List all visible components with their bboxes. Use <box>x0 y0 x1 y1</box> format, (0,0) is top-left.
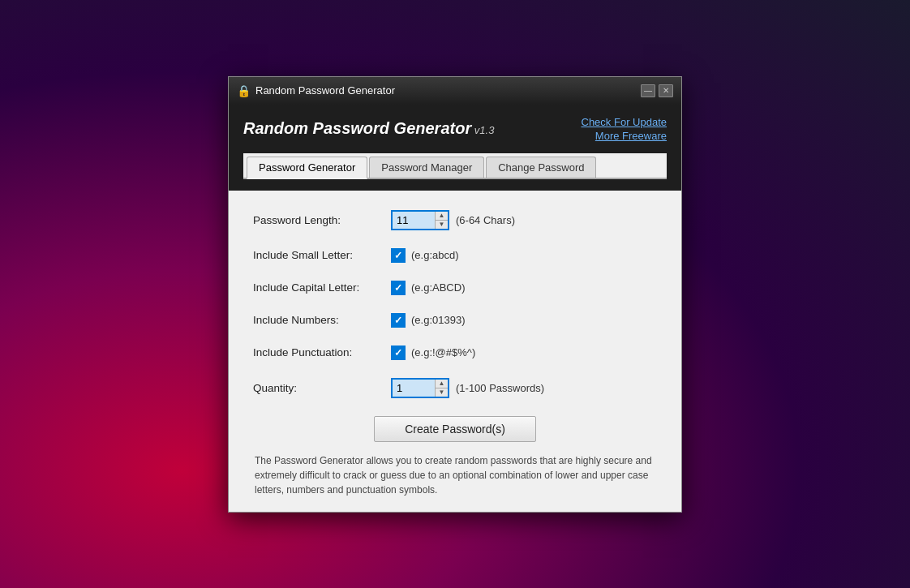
app-title: Random Password Generator v1.3 <box>243 119 494 138</box>
quantity-row: Quantity: ▲ ▼ (1-100 Passwords) <box>253 378 657 398</box>
app-icon: 🔒 <box>237 84 251 97</box>
include-punctuation-row: Include Punctuation: (e.g:!@#$%^) <box>253 346 657 360</box>
title-bar-controls: — ✕ <box>641 84 673 97</box>
minimize-button[interactable]: — <box>641 84 655 97</box>
main-window: 🔒 Random Password Generator — ✕ Random P… <box>228 76 682 513</box>
include-punctuation-checkbox-row: (e.g:!@#$%^) <box>391 346 475 360</box>
include-numbers-checkbox-row: (e.g:01393) <box>391 313 466 328</box>
header-links: Check For Update More Freeware <box>582 116 667 142</box>
tab-bar: Password Generator Password Manager Chan… <box>243 153 667 179</box>
tab-change-password[interactable]: Change Password <box>486 157 596 178</box>
include-numbers-checkbox[interactable] <box>391 313 406 328</box>
password-length-control: ▲ ▼ (6-64 Chars) <box>391 210 515 230</box>
include-capital-checkbox[interactable] <box>391 281 406 295</box>
password-length-hint: (6-64 Chars) <box>456 214 515 226</box>
quantity-control: ▲ ▼ (1-100 Passwords) <box>391 378 544 398</box>
close-button[interactable]: ✕ <box>659 84 673 97</box>
password-length-label: Password Length: <box>253 214 391 226</box>
include-capital-checkbox-row: (e.g:ABCD) <box>391 281 465 295</box>
include-capital-label: Include Capital Letter: <box>253 281 391 294</box>
include-small-control: (e.g:abcd) <box>391 248 459 263</box>
main-panel: Password Length: ▲ ▼ (6-64 Chars) Includ… <box>229 191 681 512</box>
title-bar: 🔒 Random Password Generator — ✕ <box>229 77 681 105</box>
password-length-input-group: ▲ ▼ <box>391 210 449 230</box>
password-length-up[interactable]: ▲ <box>436 212 448 221</box>
quantity-spinner: ▲ ▼ <box>435 380 448 397</box>
include-punctuation-control: (e.g:!@#$%^) <box>391 346 475 360</box>
include-numbers-hint: (e.g:01393) <box>411 314 466 326</box>
include-small-row: Include Small Letter: (e.g:abcd) <box>253 248 657 263</box>
tab-password-generator[interactable]: Password Generator <box>247 157 367 179</box>
quantity-label: Quantity: <box>253 382 391 394</box>
window-title: Random Password Generator <box>255 84 395 97</box>
include-small-label: Include Small Letter: <box>253 249 391 261</box>
more-freeware-link[interactable]: More Freeware <box>595 130 667 142</box>
password-length-input[interactable] <box>393 212 435 229</box>
include-punctuation-checkbox[interactable] <box>391 346 406 360</box>
include-capital-row: Include Capital Letter: (e.g:ABCD) <box>253 281 657 295</box>
tab-password-manager[interactable]: Password Manager <box>369 157 484 178</box>
title-bar-left: 🔒 Random Password Generator <box>237 84 395 97</box>
include-punctuation-label: Include Punctuation: <box>253 346 391 358</box>
check-update-link[interactable]: Check For Update <box>582 116 667 128</box>
password-length-down[interactable]: ▼ <box>436 221 448 229</box>
app-version: v1.3 <box>471 124 494 136</box>
include-numbers-row: Include Numbers: (e.g:01393) <box>253 313 657 328</box>
include-small-checkbox-row: (e.g:abcd) <box>391 248 459 263</box>
include-punctuation-hint: (e.g:!@#$%^) <box>411 346 475 358</box>
header-row: Random Password Generator v1.3 Check For… <box>243 116 667 142</box>
app-title-text: Random Password Generator <box>243 119 471 137</box>
password-length-row: Password Length: ▲ ▼ (6-64 Chars) <box>253 210 657 230</box>
description-text: The Password Generator allows you to cre… <box>253 453 657 497</box>
create-passwords-button[interactable]: Create Password(s) <box>374 416 536 442</box>
quantity-down[interactable]: ▼ <box>436 388 448 397</box>
quantity-input-group: ▲ ▼ <box>391 378 449 398</box>
quantity-up[interactable]: ▲ <box>436 380 448 388</box>
password-length-spinner: ▲ ▼ <box>435 212 448 229</box>
include-capital-hint: (e.g:ABCD) <box>411 281 465 294</box>
window-header: Random Password Generator v1.3 Check For… <box>229 105 681 191</box>
include-small-checkbox[interactable] <box>391 248 406 263</box>
include-numbers-label: Include Numbers: <box>253 314 391 326</box>
quantity-input[interactable] <box>393 380 435 397</box>
include-capital-control: (e.g:ABCD) <box>391 281 465 295</box>
include-numbers-control: (e.g:01393) <box>391 313 466 328</box>
include-small-hint: (e.g:abcd) <box>411 249 459 261</box>
quantity-hint: (1-100 Passwords) <box>456 382 544 394</box>
